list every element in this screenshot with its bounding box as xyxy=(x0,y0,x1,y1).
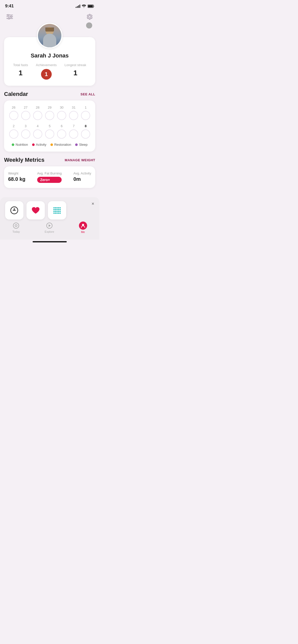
manage-weight-button[interactable]: MANAGE WEIGHT xyxy=(65,158,95,162)
nutrition-label: Nutrition xyxy=(16,143,28,147)
svg-point-20 xyxy=(60,209,61,210)
fat-burning-label: Avg. Fat Burning xyxy=(37,171,62,175)
status-bar: 9:41 xyxy=(0,0,99,10)
svg-point-27 xyxy=(55,213,56,214)
tab-bar: Today Explore Me xyxy=(0,219,99,240)
cal-day-26: 26 xyxy=(8,106,19,120)
wifi-icon xyxy=(82,5,86,8)
me-icon xyxy=(79,222,87,230)
cal-day-8: 8 xyxy=(80,124,91,139)
svg-point-19 xyxy=(58,209,59,210)
cal-day-6: 6 xyxy=(56,124,67,139)
health-icon-btn[interactable] xyxy=(26,201,45,219)
see-all-button[interactable]: SEE ALL xyxy=(80,92,95,96)
home-indicator xyxy=(33,241,67,242)
bottom-sheet: × xyxy=(0,197,99,219)
achievements-label: Achievements xyxy=(36,63,57,67)
cal-day-5: 5 xyxy=(44,124,55,139)
activity-label: Activity xyxy=(36,143,46,147)
calendar-legend: Nutrition Activity Restoration Sleep xyxy=(8,143,91,147)
tab-explore[interactable]: Explore xyxy=(45,222,54,233)
svg-point-30 xyxy=(60,213,61,214)
svg-rect-10 xyxy=(13,210,16,211)
legend-activity: Activity xyxy=(32,143,46,147)
sleep-dot xyxy=(75,143,78,146)
metrics-header: Weekly Metrics MANAGE WEIGHT xyxy=(0,157,99,163)
cal-day-30: 30 xyxy=(56,106,67,120)
svg-point-14 xyxy=(58,207,59,209)
avatar xyxy=(37,23,62,48)
svg-point-3 xyxy=(7,14,9,16)
today-label: Today xyxy=(12,230,20,233)
achievements-stat: Achievements 1 xyxy=(36,63,57,80)
weight-value: 68.0 kg xyxy=(8,176,25,182)
weight-label: Weight xyxy=(8,171,25,175)
svg-point-11 xyxy=(53,207,55,209)
tab-me[interactable]: Me xyxy=(79,222,87,233)
signal-icon xyxy=(76,4,80,8)
cal-day-31: 31 xyxy=(68,106,79,120)
svg-point-7 xyxy=(8,18,10,19)
spacer xyxy=(0,193,99,197)
profile-section: Sarah J Jonas Total fasts 1 Achievements… xyxy=(0,37,99,86)
metrics-row: Weight 68.0 kg Avg. Fat Burning Zero+ Av… xyxy=(8,171,91,183)
battery-icon xyxy=(88,5,94,8)
legend-sleep: Sleep xyxy=(75,143,87,147)
legend-nutrition: Nutrition xyxy=(12,143,28,147)
close-button[interactable]: × xyxy=(91,201,94,207)
svg-point-24 xyxy=(58,211,59,212)
filter-icon[interactable] xyxy=(5,12,14,21)
cal-day-27: 27 xyxy=(20,106,31,120)
metrics-title: Weekly Metrics xyxy=(4,157,45,163)
svg-rect-1 xyxy=(88,5,93,7)
cal-day-28: 28 xyxy=(32,106,43,120)
heart-icon xyxy=(31,206,41,215)
cal-day-29: 29 xyxy=(44,106,55,120)
cal-day-2: 2 xyxy=(8,124,19,139)
calendar-title: Calendar xyxy=(4,91,28,97)
achievement-badge: 1 xyxy=(41,69,52,80)
avg-activity-label: Avg. Activity xyxy=(73,171,91,175)
calendar-card: 26 27 28 29 30 31 1 2 3 4 5 6 7 8 Nutrit… xyxy=(4,100,95,152)
profile-stats: Total fasts 1 Achievements 1 Longest str… xyxy=(9,63,90,80)
cal-day-4: 4 xyxy=(32,124,43,139)
top-nav xyxy=(0,10,99,22)
svg-point-26 xyxy=(53,213,55,214)
svg-point-13 xyxy=(57,207,58,209)
fasting-icon-btn[interactable] xyxy=(5,201,23,219)
dots-grid-icon xyxy=(52,206,62,215)
cal-day-7: 7 xyxy=(68,124,79,139)
cal-day-1: 1 xyxy=(80,106,91,120)
longest-streak-label: Longest streak xyxy=(64,63,86,67)
nutrition-icon-btn[interactable] xyxy=(48,201,66,219)
svg-marker-34 xyxy=(49,224,51,227)
restoration-dot xyxy=(50,143,53,146)
me-label: Me xyxy=(81,230,85,233)
fasting-icon xyxy=(10,206,19,215)
svg-point-22 xyxy=(55,211,56,212)
svg-point-17 xyxy=(55,209,56,210)
explore-icon xyxy=(46,222,53,229)
status-icons xyxy=(76,4,94,8)
longest-streak-value: 1 xyxy=(73,69,77,77)
sheet-icons xyxy=(5,201,66,219)
weight-metric: Weight 68.0 kg xyxy=(8,171,25,182)
avatar-image xyxy=(38,24,61,47)
restoration-label: Restoration xyxy=(54,143,71,147)
cal-day-3: 3 xyxy=(20,124,31,139)
avg-activity-value: 0m xyxy=(73,176,91,182)
activity-metric: Avg. Activity 0m xyxy=(73,171,91,182)
total-fasts-label: Total fasts xyxy=(13,63,28,67)
svg-point-31 xyxy=(13,223,19,228)
total-fasts-stat: Total fasts 1 xyxy=(13,63,28,80)
svg-point-5 xyxy=(10,16,12,18)
tab-today[interactable]: Today xyxy=(12,222,20,233)
calendar-header: Calendar SEE ALL xyxy=(0,91,99,97)
total-fasts-value: 1 xyxy=(19,69,23,77)
svg-point-12 xyxy=(55,207,56,209)
svg-point-18 xyxy=(57,209,58,210)
legend-restoration: Restoration xyxy=(50,143,71,147)
settings-icon[interactable] xyxy=(85,12,94,21)
sleep-label: Sleep xyxy=(79,143,87,147)
notification-dot xyxy=(86,22,92,28)
